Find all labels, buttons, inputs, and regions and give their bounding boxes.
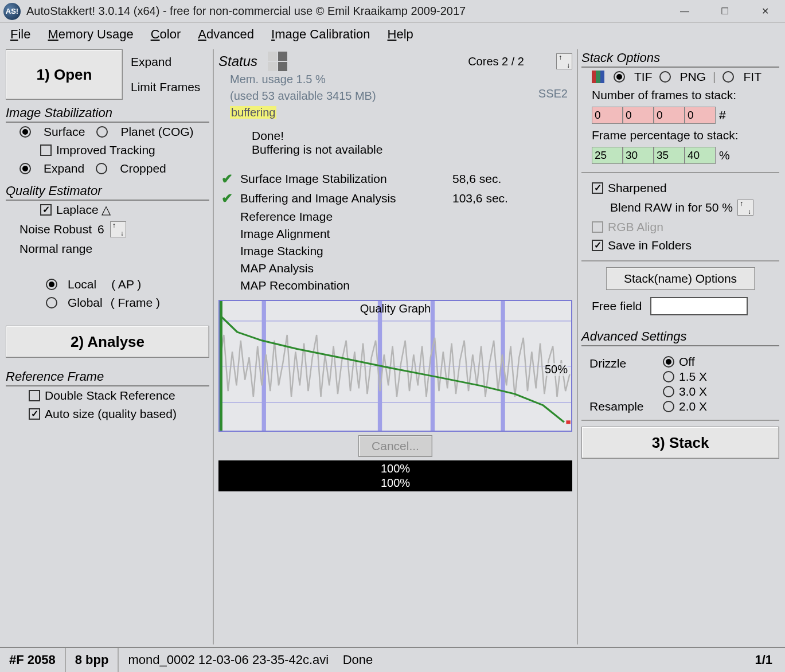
expand-radio[interactable] xyxy=(19,163,31,174)
analyse-button[interactable]: 2) Analyse xyxy=(6,326,209,358)
hash-label: # xyxy=(719,108,726,122)
local-radio[interactable] xyxy=(46,279,57,290)
nframes-1[interactable] xyxy=(592,107,623,124)
save-folders-check[interactable] xyxy=(592,240,603,251)
cores-spinner[interactable] xyxy=(556,53,572,69)
auto-size-label: Auto size (quality based) xyxy=(45,407,177,421)
nframes-2[interactable] xyxy=(623,107,654,124)
loaded-file: mond_0002 12-03-06 23-35-42c.avi xyxy=(128,653,329,667)
tif-radio[interactable] xyxy=(614,71,625,83)
menu-color[interactable]: Color xyxy=(151,27,181,42)
open-button[interactable]: 1) Open xyxy=(6,49,123,100)
resample-20x-label: 2.0 X xyxy=(679,400,707,413)
planet-radio[interactable] xyxy=(96,126,108,138)
cancel-button[interactable]: Cancel... xyxy=(358,435,432,457)
advanced-settings-heading: Advanced Settings xyxy=(581,328,779,346)
fit-label: FIT xyxy=(743,70,761,84)
pframes-1[interactable] xyxy=(592,147,623,164)
menu-bar: File Memory Usage Color Advanced Image C… xyxy=(0,23,785,46)
maximize-button[interactable]: ☐ xyxy=(705,0,745,23)
normal-range-label: Normal range xyxy=(6,240,209,258)
process-step: Image Alignment xyxy=(218,225,572,243)
save-folders-label: Save in Folders xyxy=(608,239,692,252)
resample-20x-radio[interactable] xyxy=(663,401,674,412)
app-logo: AS! xyxy=(3,3,21,20)
drizzle-off-label: Off xyxy=(679,355,695,369)
drizzle-15x-radio[interactable] xyxy=(663,371,674,382)
pframes-4[interactable] xyxy=(685,147,716,164)
limit-frames-link[interactable]: Limit Frames xyxy=(131,80,200,94)
drizzle-30x-radio[interactable] xyxy=(663,386,674,397)
noise-robust-spinner[interactable] xyxy=(110,221,126,237)
improved-tracking-check[interactable] xyxy=(40,144,52,156)
svg-rect-5 xyxy=(431,301,435,431)
quality-estimator-heading: Quality Estimator xyxy=(6,182,209,201)
frame-count: #F 2058 xyxy=(0,648,66,672)
global-label: Global xyxy=(68,296,103,310)
quality-graph-title: Quality Graph xyxy=(220,302,571,315)
status-heading: Status xyxy=(218,53,257,69)
stack-options-heading: Stack Options xyxy=(581,49,779,68)
drizzle-30x-label: 3.0 X xyxy=(679,385,707,398)
nframes-3[interactable] xyxy=(654,107,685,124)
fifty-percent-label: 50% xyxy=(545,363,568,376)
stack-name-options-button[interactable]: Stack(name) Options xyxy=(606,267,755,290)
planet-label: Planet (COG) xyxy=(120,125,193,139)
pframes-2[interactable] xyxy=(623,147,654,164)
progress-bar: 100% 100% xyxy=(218,460,572,491)
drizzle-label: Drizzle xyxy=(589,354,658,370)
cropped-radio[interactable] xyxy=(96,163,107,174)
blend-raw-spinner[interactable] xyxy=(737,200,753,216)
menu-memory-usage[interactable]: Memory Usage xyxy=(48,27,133,42)
buffering-badge: buffering xyxy=(230,106,276,119)
png-label: PNG xyxy=(680,70,706,84)
process-step: ✔Surface Image Stabilization58,6 sec. xyxy=(218,169,572,189)
sharpened-label: Sharpened xyxy=(608,181,667,195)
sse-label: SSE2 xyxy=(538,71,572,121)
pct-frames-label: Frame percentage to stack: xyxy=(581,126,779,144)
svg-rect-7 xyxy=(220,301,222,431)
menu-file[interactable]: File xyxy=(10,27,30,42)
minimize-button[interactable]: — xyxy=(665,0,705,23)
process-step: MAP Recombination xyxy=(218,277,572,294)
close-button[interactable]: ✕ xyxy=(745,0,785,23)
double-stack-label: Double Stack Reference xyxy=(45,389,175,403)
cores-label: Cores 2 / 2 xyxy=(468,55,524,68)
mem-usage: Mem. usage 1.5 % xyxy=(230,71,538,88)
laplace-check[interactable] xyxy=(40,204,52,216)
double-stack-check[interactable] xyxy=(29,390,40,401)
fit-radio[interactable] xyxy=(722,71,734,83)
window-titlebar: AS! AutoStakkert! 3.0.14 (x64) - free fo… xyxy=(0,0,785,23)
menu-image-calibration[interactable]: Image Calibration xyxy=(271,27,370,42)
noise-robust-label: Noise Robust xyxy=(19,222,92,236)
pct-label: % xyxy=(719,149,730,162)
color-swatch-icon xyxy=(592,71,604,83)
menu-advanced[interactable]: Advanced xyxy=(198,27,254,42)
laplace-label: Laplace △ xyxy=(56,203,111,217)
free-field-input[interactable] xyxy=(650,297,748,315)
status-bar: #F 2058 8 bpp mond_0002 12-03-06 23-35-4… xyxy=(0,647,785,672)
png-radio[interactable] xyxy=(659,71,671,83)
process-step: ✔Buffering and Image Analysis103,6 sec. xyxy=(218,189,572,208)
num-frames-label: Number of frames to stack: xyxy=(581,86,779,104)
process-step: Image Stacking xyxy=(218,243,572,260)
status-buffering-na: Buffering is not available xyxy=(252,143,572,157)
sharpened-check[interactable] xyxy=(592,182,603,194)
auto-size-check[interactable] xyxy=(29,408,40,420)
mem-detail: (used 53 available 3415 MB) xyxy=(230,88,538,104)
page-indicator: 1/1 xyxy=(742,653,785,667)
surface-radio[interactable] xyxy=(19,126,31,138)
drizzle-off-radio[interactable] xyxy=(663,356,674,368)
progress-1: 100% xyxy=(218,462,572,476)
menu-help[interactable]: Help xyxy=(388,27,413,42)
svg-rect-8 xyxy=(566,420,570,424)
expand-link[interactable]: Expand xyxy=(131,55,200,69)
resample-label: Resample xyxy=(589,400,658,413)
quality-graph: Quality Graph 50% xyxy=(218,300,572,432)
global-hint: ( Frame ) xyxy=(111,296,160,310)
pframes-3[interactable] xyxy=(654,147,685,164)
nframes-4[interactable] xyxy=(685,107,716,124)
stack-button[interactable]: 3) Stack xyxy=(581,427,779,459)
global-radio[interactable] xyxy=(46,297,57,308)
local-hint: ( AP ) xyxy=(111,278,141,291)
